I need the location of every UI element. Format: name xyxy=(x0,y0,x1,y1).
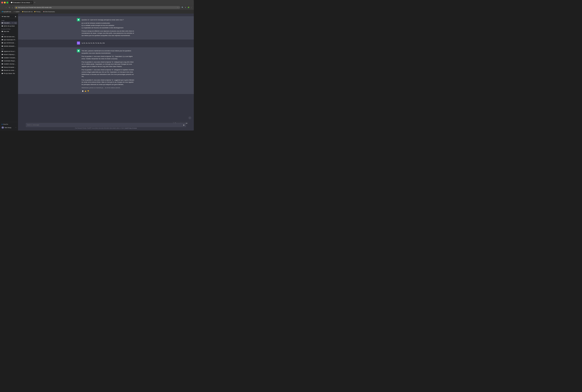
chat-item-label: Candide's Turbulent Journey xyxy=(4,57,17,59)
message-content: Très bien, passons maintenant à la corre… xyxy=(77,49,135,92)
sidebar-toggle-icon[interactable]: ▣ xyxy=(15,16,16,18)
gpt-avatar xyxy=(77,18,80,21)
sidebar-item-candides-turbulent[interactable]: 💬 Candide's Turbulent Journey xyxy=(1,56,17,60)
address-bar[interactable]: 🔒 chat.openai.com/?model=text-davinci-00… xyxy=(14,6,180,9)
sidebar-item-new-chat[interactable]: 💬 New chat xyxy=(1,30,17,33)
address-text: chat.openai.com/?model=text-davinci-002-… xyxy=(18,6,176,8)
sidebar: ✚ New chat ▣ Today 💬 Évaluation L'île au… xyxy=(0,14,18,130)
message-block-assistant-2: Très bien, passons maintenant à la corre… xyxy=(18,47,194,94)
bookmark-mystaffportal[interactable]: 🌐 MyStaffPortal xyxy=(1,11,12,13)
thumbs-down-icon[interactable]: 👎 xyxy=(87,90,90,92)
forward-btn[interactable]: → xyxy=(5,6,7,9)
edit-icon[interactable]: ✎ xyxy=(12,22,13,24)
chat-item-label: Homer's Odyssey Locations xyxy=(4,54,17,55)
message-input[interactable] xyxy=(27,124,183,126)
shared-icon: 📁 xyxy=(22,11,24,12)
june-section-label: June xyxy=(1,33,17,35)
mystaffportal-icon: 🌐 xyxy=(2,11,3,12)
bookmark-label: Submit xyxy=(15,11,19,12)
user-message-text: 1ç 2b, 3a, 4a, 5c, 6b, 7b, 8a, 9a, 10b xyxy=(82,42,135,46)
message-block-assistant-1: Question 10 : Quel est le message princi… xyxy=(18,16,194,40)
chat-messages: Question 10 : Quel est le message princi… xyxy=(18,14,194,122)
assistant-message-2-text: Très bien, passons maintenant à la corre… xyxy=(82,49,135,89)
chat-bubble-icon: 💬 xyxy=(2,51,3,52)
sidebar-item-coordinates[interactable]: 💬 Coordinates Requested, Unab xyxy=(1,60,17,62)
sidebar-item-resume-roman[interactable]: 💬 Resume du roman Stendhal xyxy=(1,69,17,72)
message-block-user-1: YH 1ç 2b, 3a, 4a, 5c, 6b, 7b, 8a, 9a, 10… xyxy=(18,40,194,48)
share-icon[interactable]: ⬆ xyxy=(184,6,187,9)
search-icon[interactable]: 🔍 xyxy=(181,6,184,9)
delete-chat-icon[interactable]: 🗑 xyxy=(15,22,17,24)
extensions-icon[interactable]: 🧩 xyxy=(187,6,190,9)
previous-30-section-label: Previous 30 Days xyxy=(1,28,17,30)
sidebar-item-candides-journey[interactable]: 💬 Candide's Journey: All Places xyxy=(1,62,17,66)
message-line: Prenez le temps de réfléchir à vos répon… xyxy=(82,30,135,36)
chat-item-label: Quiz Grammaire HTML/JS xyxy=(4,39,17,41)
new-tab-btn[interactable]: + xyxy=(34,1,36,4)
sidebar-item-evaluation[interactable]: 💬 Évaluation L'île au tré ✎ ⬆ 🗑 xyxy=(1,22,17,24)
sidebar-item-impacts-ia[interactable]: 💬 Impacts de l'IA sur les métiers xyxy=(1,50,17,53)
chat-bubble-icon: 💬 xyxy=(2,73,3,74)
message-line: Pour la question 4, vous avez choisi la … xyxy=(82,61,135,68)
back-btn[interactable]: ← xyxy=(1,6,4,9)
refresh-btn[interactable]: ↻ xyxy=(8,6,11,9)
sidebar-item-quiz-grammaire[interactable]: 💬 Quiz Grammaire HTML/JS xyxy=(1,38,17,42)
chat-item-label: Famous European Books List xyxy=(4,66,17,68)
menu-icon[interactable]: ⋮ xyxy=(190,6,192,9)
app-layout: ✚ New chat ▣ Today 💬 Évaluation L'île au… xyxy=(0,14,194,130)
new-chat-button[interactable]: ✚ New chat ▣ xyxy=(1,15,17,18)
chat-item-label: Quiz Gr/Orth texte Hugo xyxy=(4,42,17,44)
message-input-box: ▶ xyxy=(26,123,186,127)
renew-plus-button[interactable]: 👤 Renew Plus xyxy=(1,123,17,126)
send-button[interactable]: ▶ xyxy=(183,124,185,126)
plus-icon: ✚ xyxy=(2,16,3,17)
chat-item-label: Zone de texte enregistrement xyxy=(4,36,17,38)
user-row[interactable]: YH Yann Houry ··· xyxy=(1,126,17,130)
sidebar-item-zone-texte[interactable]: 💬 Zone de texte enregistrement xyxy=(1,35,17,38)
maximize-traffic-light[interactable] xyxy=(7,2,8,4)
primary-icon: 📂 xyxy=(34,11,36,12)
sidebar-item-homers-odyssey[interactable]: 💬 Homer's Odyssey Locations xyxy=(1,53,17,56)
tab-bar: 💬 Évaluation L'île au trésor. × + xyxy=(9,1,192,4)
home-btn[interactable]: ⌂ xyxy=(12,6,13,9)
bookmark-icon[interactable]: ☆ xyxy=(177,6,179,9)
thumbs-up-icon[interactable]: 👍 xyxy=(85,90,87,92)
scroll-down-button[interactable]: ↓ xyxy=(188,116,191,120)
lock-icon: 🔒 xyxy=(16,7,17,8)
message-line: a) La soif de richesse conduit à la dest… xyxy=(82,22,135,29)
sidebar-item-quiz-hugo[interactable]: 💬 Quiz Gr/Orth texte Hugo xyxy=(1,42,17,44)
share-chat-icon[interactable]: ⬆ xyxy=(14,22,15,24)
message-line: Maintenant, prenez un moment po… es et l… xyxy=(82,87,135,89)
sidebar-item-pinup-culture[interactable]: 💬 Pin-Up Culture: 40s xyxy=(1,72,17,75)
chat-bubble-icon: 💬 xyxy=(2,57,3,58)
sidebar-item-activites[interactable]: 💬 Activités débutants Scratch. xyxy=(1,45,17,48)
message-content: YH 1ç 2b, 3a, 4a, 5c, 6b, 7b, 8a, 9a, 10… xyxy=(77,42,135,46)
nav-icons: 🔍 ⬆ 🧩 ⋮ xyxy=(181,6,192,9)
chat-bubble-icon: 💬 xyxy=(2,54,3,55)
chat-item-label: Évaluation L'île au tré xyxy=(4,22,12,24)
close-traffic-light[interactable] xyxy=(1,2,3,4)
tab-close-btn[interactable]: × xyxy=(31,2,32,3)
chat-item-label: Activités débutants Scratch. xyxy=(4,46,17,47)
sidebar-item-qcm[interactable]: 💬 QCM L'île au trésor xyxy=(1,24,17,28)
user-more-icon[interactable]: ··· xyxy=(15,127,17,128)
renew-plus-label: Renew Plus xyxy=(3,124,8,125)
active-tab[interactable]: 💬 Évaluation L'île au trésor. × xyxy=(9,1,33,4)
chat-item-label: Coordinates Requested, Unab xyxy=(4,60,17,62)
chat-bubble-icon: 💬 xyxy=(2,46,3,47)
chatgpt-version-link[interactable]: ChatGPT May 24 Version xyxy=(125,128,137,129)
chat-bubble-icon: 💬 xyxy=(2,42,3,44)
chat-bubble-icon: 💬 xyxy=(2,39,3,40)
minimize-traffic-light[interactable] xyxy=(4,2,6,4)
bookmark-shared-with-me[interactable]: 📁 Shared with me xyxy=(22,11,34,13)
sidebar-bottom: 👤 Renew Plus YH Yann Houry ··· xyxy=(1,122,17,130)
sidebar-item-famous-books[interactable]: 💬 Famous European Books List xyxy=(1,66,17,69)
bookmark-primary[interactable]: 📂 Primary xyxy=(34,11,41,13)
bookmark-other[interactable]: 📚 Other Bookmarks xyxy=(43,11,55,13)
message-line: Question 10 : Quel est le message princi… xyxy=(82,19,135,21)
bookmarks-bar: 🌐 MyStaffPortal ✉ Submit 📁 Shared with m… xyxy=(0,10,194,14)
other-bookmarks-icon: 📚 xyxy=(43,11,45,12)
bookmark-submit[interactable]: ✉ Submit xyxy=(13,11,20,13)
submit-icon: ✉ xyxy=(14,11,15,12)
copy-icon[interactable]: 📋 xyxy=(82,90,84,92)
